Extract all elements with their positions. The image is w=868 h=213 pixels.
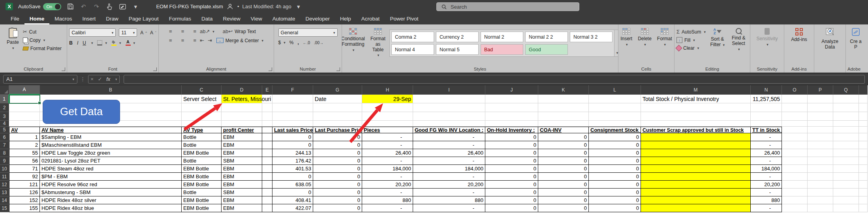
style-normal-2-2[interactable]: Normal 2 2 xyxy=(525,32,568,42)
conditional-formatting-button[interactable]: Conditional Formatting ▾ xyxy=(342,26,366,54)
cell-pieces[interactable]: - xyxy=(362,133,413,141)
col-header-last-purchase-price[interactable]: Last Purchase Price xyxy=(313,127,362,133)
cell[interactable] xyxy=(9,112,40,121)
tab-power-pivot[interactable]: Power Pivot xyxy=(385,13,423,24)
cell[interactable] xyxy=(859,141,868,149)
cell[interactable] xyxy=(262,181,272,189)
cell[interactable] xyxy=(182,121,222,127)
cell-last-sales-price[interactable]: 0 xyxy=(272,189,313,196)
cell-profit-center[interactable]: EBM xyxy=(222,133,262,141)
cell-av-name[interactable]: HDPE Ridex 48oz blue xyxy=(40,204,182,212)
cell[interactable] xyxy=(808,141,833,149)
cell-profit-center[interactable]: EBM xyxy=(222,165,262,173)
cell[interactable] xyxy=(859,103,868,112)
cell-G1-date-label[interactable]: Date xyxy=(313,95,362,103)
cell-last-sales-price[interactable]: 0 xyxy=(272,141,313,149)
cell[interactable] xyxy=(782,112,808,121)
cell[interactable] xyxy=(485,103,538,112)
cell-P1[interactable] xyxy=(808,95,833,103)
cell-last-sales-price[interactable]: 176.42 xyxy=(272,157,313,165)
cell-on-hold[interactable]: 0 xyxy=(485,189,538,196)
cell-profit-center[interactable]: EBM xyxy=(222,181,262,189)
format-as-table-button[interactable]: Format as Table ▾ xyxy=(369,26,387,60)
cell[interactable] xyxy=(833,112,859,121)
cell[interactable] xyxy=(272,112,313,121)
cell-last-sales-price[interactable]: 0 xyxy=(272,133,313,141)
fill-color-button[interactable]: ▾ xyxy=(111,40,121,46)
column-header-C[interactable]: C xyxy=(182,85,222,95)
cell-good-fg[interactable]: - xyxy=(413,157,485,165)
align-left-button[interactable]: ≡ xyxy=(169,38,176,43)
cell-good-fg[interactable]: 20,200 xyxy=(413,181,485,189)
cell-av-name[interactable]: HDPE Ridex 48oz silver xyxy=(40,196,182,204)
cell-consignment[interactable]: 0 xyxy=(589,165,641,173)
cell-customer-scrap[interactable] xyxy=(641,149,751,157)
cell-tt-in-stock[interactable]: 26,400 xyxy=(751,149,782,157)
tab-help[interactable]: Help xyxy=(335,13,356,24)
cell[interactable] xyxy=(859,121,868,127)
cell-good-fg[interactable]: - xyxy=(413,141,485,149)
col-header-empty[interactable] xyxy=(262,127,272,133)
cell[interactable] xyxy=(782,103,808,112)
cell[interactable] xyxy=(859,112,868,121)
cell[interactable] xyxy=(641,112,751,121)
create-pdf-button[interactable]: Cre a P xyxy=(848,26,864,51)
row-header-11[interactable]: 11 xyxy=(0,173,9,181)
column-header-F[interactable]: F xyxy=(272,85,313,95)
cell-av-type[interactable]: EBM Bottle xyxy=(182,149,222,157)
cell-on-hold[interactable]: 0 xyxy=(485,181,538,189)
cell-on-hold[interactable]: 0 xyxy=(485,133,538,141)
cell-customer-scrap[interactable] xyxy=(641,181,751,189)
cell-L1[interactable] xyxy=(589,95,641,103)
column-header-N[interactable]: N xyxy=(751,85,782,95)
touch-mouse-mode-button[interactable] xyxy=(105,3,113,11)
cell[interactable] xyxy=(413,121,485,127)
cell-last-purchase-price[interactable]: 0 xyxy=(313,189,362,196)
cell[interactable] xyxy=(833,103,859,112)
row-header-7[interactable]: 7 xyxy=(0,141,9,149)
format-cells-button[interactable]: Format▾ xyxy=(656,26,674,49)
cell-K1[interactable] xyxy=(538,95,589,103)
percent-style-button[interactable]: % xyxy=(289,40,294,45)
cell-J1[interactable] xyxy=(485,95,538,103)
alignment-dialog-launcher[interactable] xyxy=(269,67,272,71)
cell[interactable] xyxy=(262,149,272,157)
row-header-12[interactable]: 12 xyxy=(0,181,9,189)
enter-icon[interactable]: ✓ xyxy=(98,76,102,82)
cell-customer-scrap[interactable] xyxy=(641,196,751,204)
cell[interactable] xyxy=(833,181,859,189)
cell[interactable] xyxy=(833,121,859,127)
column-header-E[interactable]: E xyxy=(262,85,272,95)
bold-button[interactable]: B xyxy=(69,40,73,46)
cell-coa-inv[interactable]: 0 xyxy=(538,157,589,165)
row-header-4[interactable]: 4 xyxy=(0,121,9,127)
tab-automate[interactable]: Automate xyxy=(267,13,301,24)
fx-chevron-icon[interactable]: ▾ xyxy=(115,77,117,81)
cell-av-name[interactable]: HDPE Resolve 96oz red xyxy=(40,181,182,189)
cell-tt-in-stock[interactable]: - xyxy=(751,157,782,165)
cell[interactable] xyxy=(262,196,272,204)
cell[interactable] xyxy=(859,157,868,165)
cell[interactable] xyxy=(262,189,272,196)
cell[interactable] xyxy=(859,181,868,189)
cell-customer-scrap[interactable] xyxy=(641,133,751,141)
cell[interactable] xyxy=(262,112,272,121)
column-header-I[interactable]: I xyxy=(413,85,485,95)
cell-av-name[interactable]: HDPE Steam 48oz red xyxy=(40,165,182,173)
style-comma-2[interactable]: Comma 2 xyxy=(391,32,434,42)
tab-home[interactable]: Home xyxy=(24,13,50,24)
decrease-decimal-button[interactable]: .00→ xyxy=(314,41,323,45)
cell-consignment[interactable]: 0 xyxy=(589,204,641,212)
col-header-coa-inv[interactable]: COA-INV xyxy=(538,127,589,133)
comma-style-button[interactable]: , xyxy=(297,40,299,45)
cell[interactable] xyxy=(782,121,808,127)
cell[interactable] xyxy=(362,103,413,112)
cell[interactable] xyxy=(782,181,808,189)
col-header-good-fg[interactable]: Good FG W/o INV Location : xyxy=(413,127,485,133)
cell-pieces[interactable]: - xyxy=(362,157,413,165)
cell[interactable] xyxy=(782,133,808,141)
row-header-6[interactable]: 6 xyxy=(0,133,9,141)
cell-on-hold[interactable]: 0 xyxy=(485,141,538,149)
cell-last-purchase-price[interactable]: 0 xyxy=(313,157,362,165)
cell[interactable] xyxy=(782,127,808,133)
